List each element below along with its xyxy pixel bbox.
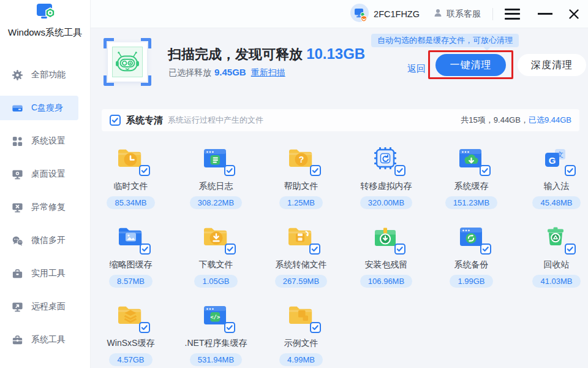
item-size-badge: 1.25MB	[279, 196, 323, 209]
item-name: 系统转储文件	[275, 259, 326, 270]
item-checkbox[interactable]	[224, 165, 235, 176]
app-title: Windows系统工具	[8, 27, 82, 39]
cleanup-item[interactable]: 临时文件 85.34MB	[107, 144, 154, 222]
item-checkbox[interactable]	[310, 322, 321, 333]
item-name: 下载文件	[199, 259, 233, 270]
cleanup-item[interactable]: 系统日志 308.22MB	[190, 144, 242, 222]
item-checkbox[interactable]	[224, 322, 235, 333]
item-checkbox[interactable]	[225, 243, 236, 255]
sidebar-item-remote[interactable]: 远程桌面	[0, 294, 90, 319]
item-checkbox[interactable]	[310, 165, 321, 176]
section-checkbox[interactable]	[110, 115, 121, 126]
briefcase-icon	[12, 334, 23, 346]
cleanup-item[interactable]: WinSxS缓存 4.57GB	[107, 301, 155, 368]
item-name: 系统日志	[198, 181, 233, 192]
close-button[interactable]	[568, 8, 580, 20]
item-checkbox[interactable]	[309, 243, 320, 255]
avatar	[350, 4, 369, 25]
item-checkbox[interactable]	[565, 165, 576, 176]
minimize-button[interactable]	[538, 13, 552, 15]
cleanup-item[interactable]: 系统缓存 151.23MB	[445, 144, 497, 222]
sidebar-nav: 全部功能 C盘瘦身 系统设置 桌面设置 异常修复 微信多开 实用工具 远程桌面 …	[0, 63, 90, 361]
cleanup-item[interactable]: 缩略图缓存 8.57MB	[109, 222, 153, 301]
selected-size: 9.45GB	[214, 67, 246, 77]
cleanup-item[interactable]: 文G 输入法 45.48MB	[532, 144, 580, 222]
item-checkbox[interactable]	[480, 165, 491, 176]
item-checkbox[interactable]	[394, 165, 405, 176]
sidebar-item-label: 异常修复	[31, 202, 66, 213]
auto-select-tooltip: 自动勾选的都是缓存文件，可放心清理	[371, 34, 519, 47]
remote-icon	[12, 301, 23, 313]
item-size-badge: 1.99GB	[450, 275, 492, 288]
cleanup-item[interactable]: </> .NET程序集缓存 531.94MB	[185, 301, 247, 368]
rescan-link[interactable]: 重新扫描	[251, 67, 285, 79]
item-name: 系统备份	[454, 259, 489, 270]
toolbox-icon	[12, 268, 23, 280]
item-checkbox[interactable]	[140, 243, 151, 255]
item-checkbox[interactable]	[480, 243, 491, 255]
sidebar-item-drive[interactable]: C盘瘦身	[0, 96, 78, 120]
sidebar-item-toolbox[interactable]: 实用工具	[0, 261, 90, 286]
item-size-badge: 320.00MB	[360, 196, 412, 209]
sidebar-item-desktop[interactable]: 桌面设置	[0, 162, 90, 186]
sidebar-item-repair[interactable]: 异常修复	[0, 195, 90, 220]
sidebar: Windows系统工具 全部功能 C盘瘦身 系统设置 桌面设置 异常修复 微信多…	[0, 0, 91, 368]
sidebar-item-label: 全部功能	[31, 69, 66, 80]
item-size-badge: 85.34MB	[107, 196, 154, 209]
cleanup-item[interactable]: ? 帮助文件 1.25MB	[279, 144, 323, 222]
app-logo-icon	[31, 3, 59, 25]
cleanup-item[interactable]: 下载文件 1.05GB	[194, 222, 237, 301]
sidebar-item-grid[interactable]: 系统设置	[0, 129, 90, 153]
cleanup-item[interactable]: 回收站 41.03MB	[532, 222, 580, 301]
svg-text:G: G	[549, 155, 556, 166]
contact-support-button[interactable]: 联系客服	[433, 8, 481, 20]
item-checkbox[interactable]	[394, 243, 405, 255]
user-id: 2FC1FHZG	[374, 9, 420, 19]
item-size-badge: 45.48MB	[532, 196, 580, 209]
item-size-badge: 41.03MB	[532, 275, 580, 288]
item-checkbox[interactable]	[565, 243, 576, 255]
cleanup-item[interactable]: 转移虚拟内存 320.00MB	[360, 144, 412, 222]
item-size-badge: 531.94MB	[190, 353, 242, 366]
cleanup-item[interactable]: 示例文件 4.99MB	[279, 301, 323, 368]
sidebar-item-label: 远程桌面	[31, 301, 66, 312]
item-size-badge: 8.57MB	[109, 275, 153, 288]
svg-text:?: ?	[298, 155, 304, 164]
cleanup-item[interactable]: 安装包残留 106.96MB	[360, 222, 412, 301]
item-name: 系统缓存	[454, 181, 488, 192]
section-stats: 共15项，9.44GB，已选9.44GB	[461, 115, 571, 126]
sidebar-item-gear[interactable]: 全部功能	[0, 63, 90, 87]
item-checkbox[interactable]	[139, 322, 150, 333]
one-click-clean-button[interactable]: 一键清理	[435, 54, 506, 76]
section-title: 系统专清	[126, 115, 163, 126]
item-name: 转移虚拟内存	[360, 181, 412, 192]
sidebar-item-label: 桌面设置	[31, 169, 66, 180]
sidebar-item-label: 微信多开	[31, 235, 66, 246]
sidebar-item-wechat[interactable]: 微信多开	[0, 228, 90, 253]
scan-selected-line: 已选择释放 9.45GB 重新扫描	[168, 67, 285, 79]
scan-result-title: 扫描完成，发现可释放 10.13GB	[168, 45, 365, 64]
cleanup-item[interactable]: 系统转储文件 267.59MB	[275, 222, 327, 301]
svg-text:</>: </>	[211, 314, 221, 320]
section-header: 系统专清 系统运行过程中产生的文件 共15项，9.44GB，已选9.44GB	[102, 109, 579, 131]
back-link[interactable]: 返回	[407, 63, 426, 75]
item-size-badge: 1.05GB	[194, 275, 237, 288]
sidebar-item-briefcase[interactable]: 系统工具	[0, 328, 90, 352]
item-name: WinSxS缓存	[107, 338, 155, 349]
topbar: 2FC1FHZG 联系客服	[91, 0, 588, 28]
item-checkbox[interactable]	[139, 165, 150, 176]
item-name: .NET程序集缓存	[185, 338, 247, 349]
desktop-icon	[12, 169, 23, 180]
selected-stats: 已选9.44GB	[529, 115, 571, 125]
contact-support-label: 联系客服	[447, 9, 481, 20]
deep-clean-button[interactable]: 深度清理	[518, 54, 586, 76]
menu-icon[interactable]	[505, 9, 520, 20]
account-chip[interactable]: 2FC1FHZG	[350, 4, 420, 25]
item-name: 示例文件	[284, 338, 318, 349]
sidebar-item-label: 系统设置	[31, 136, 66, 147]
drive-icon	[12, 102, 23, 114]
cleanup-item[interactable]: 系统备份 1.99GB	[450, 222, 492, 301]
item-size-badge: 267.59MB	[275, 275, 327, 288]
topbar-divider	[492, 8, 493, 20]
grid-icon	[12, 136, 23, 147]
